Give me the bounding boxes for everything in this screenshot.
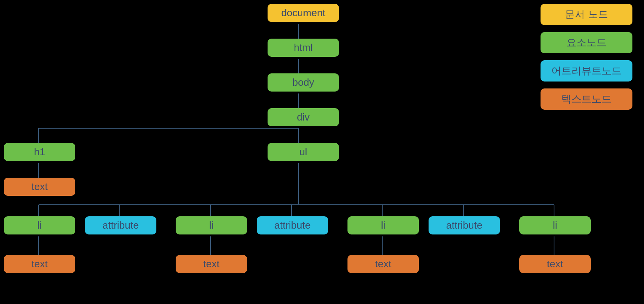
node-attr2: attribute [257,216,328,234]
node-document: document [268,4,339,22]
node-body: body [268,73,339,92]
legend-text: 텍스트노드 [541,88,632,110]
node-text-li1: text [4,255,75,273]
node-attr1: attribute [85,216,156,234]
node-attr3: attribute [429,216,500,234]
legend-attribute: 어트리뷰트노드 [541,60,632,82]
node-h1: h1 [4,143,75,161]
node-html: html [268,39,339,57]
node-text-li4: text [519,255,591,273]
node-div: div [268,108,339,126]
node-text-h1: text [4,178,75,196]
node-li2: li [176,216,247,234]
node-text-li3: text [347,255,419,273]
legend-element: 요소노드 [541,32,632,53]
node-li3: li [347,216,419,234]
node-ul: ul [268,143,339,161]
node-text-li2: text [176,255,247,273]
legend-document: 문서 노드 [541,4,632,25]
node-li4: li [519,216,591,234]
node-li1: li [4,216,75,234]
legend: 문서 노드 요소노드 어트리뷰트노드 텍스트노드 [541,4,632,110]
